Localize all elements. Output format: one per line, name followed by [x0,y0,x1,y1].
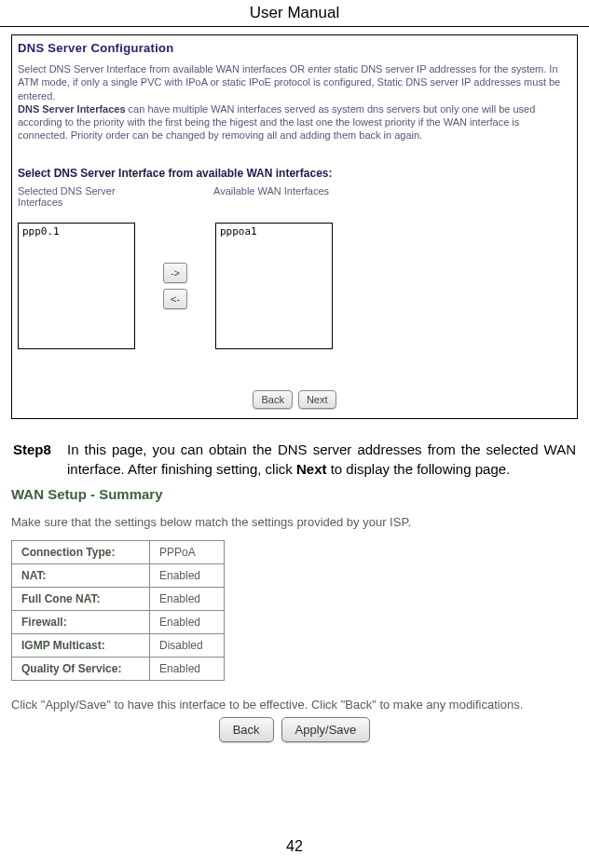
summary-table: Connection Type:PPPoA NAT:Enabled Full C… [11,540,225,681]
cell-val: PPPoA [150,540,225,563]
content: DNS Server Configuration Select DNS Serv… [0,34,589,742]
dns-description: Select DNS Server Interface from availab… [18,62,571,142]
dns-config-panel: DNS Server Configuration Select DNS Serv… [11,34,578,419]
table-row: Full Cone NAT:Enabled [12,587,225,610]
wan-button-row: Back Apply/Save [11,717,578,742]
move-left-button[interactable]: <- [163,289,187,309]
listbox-labels: Selected DNS Server Interfaces Available… [18,185,571,208]
step-text: In this page, you can obtain the DNS ser… [67,440,576,479]
next-button[interactable]: Next [298,390,336,409]
wan-intro: Make sure that the settings below match … [11,515,578,529]
table-row: Connection Type:PPPoA [12,540,225,563]
label-available: Available WAN Interfaces [213,185,400,208]
cell-key: IGMP Multicast: [12,633,150,657]
table-row: Firewall:Enabled [12,610,225,633]
label-selected: Selected DNS Server Interfaces [18,185,158,208]
page-header: User Manual [0,0,589,27]
selected-listbox[interactable]: ppp0.1 [18,223,135,349]
cell-key: Connection Type: [12,540,150,563]
available-listbox[interactable]: pppoa1 [215,223,333,349]
arrow-buttons: -> <- [163,263,187,309]
cell-val: Enabled [150,587,225,610]
step-text-b: to display the following page. [326,461,510,477]
listboxes-row: ppp0.1 -> <- pppoa1 [18,223,571,349]
dns-title: DNS Server Configuration [18,41,571,55]
step-label: Step8 [13,440,67,479]
move-right-button[interactable]: -> [163,263,187,283]
back-button[interactable]: Back [253,390,292,409]
wan-back-button[interactable]: Back [219,717,274,742]
select-heading: Select DNS Server Interface from availab… [18,167,571,180]
cell-key: Quality Of Service: [12,657,150,680]
wan-apply-save-button[interactable]: Apply/Save [281,717,371,742]
step8-row: Step8 In this page, you can obtain the D… [11,440,578,479]
dns-desc-bold: DNS Server Interfaces [18,103,126,115]
table-row: NAT:Enabled [12,563,225,587]
table-row: IGMP Multicast:Disabled [12,633,225,657]
cell-key: Firewall: [12,610,150,633]
cell-val: Disabled [150,633,225,657]
cell-val: Enabled [150,657,225,680]
cell-val: Enabled [150,563,225,587]
cell-val: Enabled [150,610,225,633]
dns-desc-p1: Select DNS Server Interface from availab… [18,63,560,102]
wan-summary-title: WAN Setup - Summary [11,486,578,502]
cell-key: Full Cone NAT: [12,587,150,610]
dns-nav-row: Back Next [18,390,571,409]
table-row: Quality Of Service:Enabled [12,657,225,680]
wan-footer-text: Click "Apply/Save" to have this interfac… [11,698,578,712]
page-number: 42 [0,838,589,855]
step-text-next: Next [296,461,327,477]
cell-key: NAT: [12,563,150,587]
